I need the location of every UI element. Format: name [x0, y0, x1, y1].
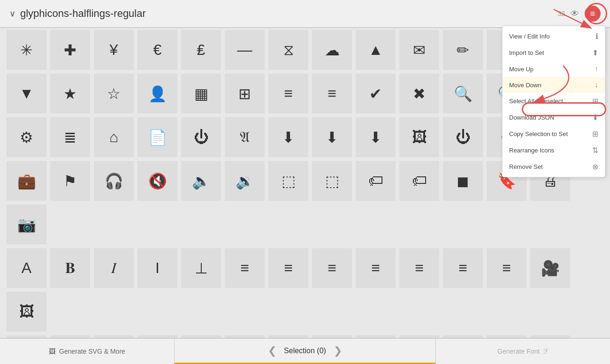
icon-cell[interactable]: 🏷 — [399, 161, 439, 201]
download-json-label: Download JSON — [509, 114, 554, 121]
icon-cell[interactable]: ✏ — [443, 30, 483, 70]
eye-button[interactable]: 👁 — [571, 9, 579, 19]
icon-cell[interactable]: ₤ — [181, 30, 221, 70]
icon-cell[interactable]: ✚ — [50, 30, 90, 70]
generate-font-label: Generate Font — [497, 348, 540, 355]
icon-cell[interactable]: ≡ — [487, 248, 526, 288]
icon-cell[interactable]: ≡ — [312, 248, 352, 288]
move-down-item[interactable]: Move Down ↓ — [503, 77, 605, 93]
icon-cell[interactable]: 𝐼 — [94, 248, 134, 288]
icon-cell[interactable]: ▲ — [356, 30, 396, 70]
icon-cell[interactable]: ⚙ — [7, 117, 46, 157]
icon-cell[interactable]: 👤 — [137, 74, 177, 114]
icon-row-5: A 𝐁 𝐼 I ⊥ ≡ ≡ ≡ ≡ ≡ ≡ ≡ 🎥 🖼 — [5, 246, 605, 334]
menu-button[interactable]: ≡ — [585, 6, 601, 22]
generate-svg-section[interactable]: 🖼 Generate SVG & More — [0, 339, 175, 364]
icon-cell[interactable]: ★ — [50, 74, 90, 114]
icon-cell[interactable]: ⬚ — [312, 161, 352, 201]
icon-cell[interactable]: ⬇ — [356, 117, 396, 157]
icon-cell[interactable]: ◼ — [443, 161, 483, 201]
view-edit-label: View / Edit Info — [509, 33, 549, 40]
icon-cell[interactable]: ⬇ — [312, 117, 352, 157]
move-up-icon: ↑ — [595, 65, 598, 73]
icon-cell[interactable]: ▼ — [7, 74, 46, 114]
icon-cell[interactable]: ⊞ — [225, 74, 265, 114]
icon-cell[interactable]: ✖ — [399, 74, 439, 114]
generate-svg-label: Generate SVG & More — [59, 348, 125, 355]
generate-font-section[interactable]: Generate Font ℱ — [435, 339, 610, 364]
icon-cell[interactable]: ≣ — [50, 117, 90, 157]
icon-cell[interactable]: 𝐁 — [50, 248, 90, 288]
icon-cell[interactable]: ✳ — [7, 30, 46, 70]
icon-cell[interactable]: ☁ — [312, 30, 352, 70]
icon-cell[interactable]: ≡ — [443, 248, 483, 288]
select-all-label: Select All / Deselect — [509, 98, 563, 105]
icon-cell[interactable]: ⏻ — [181, 117, 221, 157]
select-all-item[interactable]: Select All / Deselect ⊞ — [503, 93, 605, 109]
icon-cell[interactable]: ⬇ — [268, 117, 308, 157]
icon-cell[interactable]: ✉ — [399, 30, 439, 70]
copy-selection-icon: ⊞ — [592, 129, 598, 138]
icon-cell[interactable]: 🖼 — [399, 117, 439, 157]
icon-cell[interactable]: 🔇 — [137, 161, 177, 201]
icon-cell[interactable]: 🎥 — [530, 248, 570, 288]
icon-cell[interactable]: ⊥ — [181, 248, 221, 288]
icon-cell[interactable]: ✔ — [356, 74, 396, 114]
download-json-icon: ⬇ — [592, 113, 598, 122]
remove-set-label: Remove Set — [509, 163, 543, 170]
icon-cell[interactable]: 🔍 — [443, 74, 483, 114]
icon-cell[interactable]: 🏷 — [356, 161, 396, 201]
download-json-item[interactable]: Download JSON ⬇ — [503, 109, 605, 126]
icon-cell[interactable]: 🔉 — [225, 161, 265, 201]
icon-cell[interactable]: — — [225, 30, 265, 70]
icon-cell[interactable]: ⏻ — [443, 117, 483, 157]
icon-cell[interactable]: 📄 — [137, 117, 177, 157]
rearrange-icons-item[interactable]: Rearrange Icons ⇅ — [503, 142, 605, 159]
select-all-icon: ⊞ — [592, 97, 598, 106]
generate-svg-icon: 🖼 — [49, 348, 55, 355]
font-set-title: glyphicons-halflings-regular — [20, 8, 146, 20]
copy-selection-item[interactable]: Copy Selection to Set ⊞ — [503, 126, 605, 142]
icon-cell[interactable]: ≡ — [225, 248, 265, 288]
icon-cell[interactable]: 🖼 — [7, 292, 46, 332]
remove-set-item[interactable]: Remove Set ⊗ — [503, 159, 605, 175]
icon-cell[interactable]: ≡ — [312, 74, 352, 114]
icon-cell[interactable]: ≡ — [399, 248, 439, 288]
icon-count: 32 — [557, 10, 565, 17]
icon-cell[interactable]: I — [137, 248, 177, 288]
import-label: Import to Set — [509, 49, 544, 56]
dropdown-menu: View / Edit Info ℹ Import to Set ⬆ Move … — [502, 26, 605, 177]
remove-set-icon: ⊗ — [592, 162, 598, 171]
icon-cell[interactable]: ⧖ — [268, 30, 308, 70]
view-edit-info-item[interactable]: View / Edit Info ℹ — [503, 28, 605, 45]
icon-cell[interactable]: ⬚ — [268, 161, 308, 201]
move-down-icon: ↓ — [595, 81, 598, 89]
icon-cell[interactable]: ⚑ — [50, 161, 90, 201]
icon-cell[interactable]: 🔈 — [181, 161, 221, 201]
icon-cell[interactable]: ▦ — [181, 74, 221, 114]
icon-cell[interactable]: ⌂ — [94, 117, 134, 157]
icon-cell[interactable]: 💼 — [7, 161, 46, 201]
icon-cell[interactable]: ≡ — [356, 248, 396, 288]
icon-cell[interactable]: A — [7, 248, 46, 288]
icon-cell[interactable]: ≡ — [268, 74, 308, 114]
next-arrow[interactable]: ❯ — [334, 345, 342, 357]
chevron-icon[interactable]: ∨ — [9, 8, 15, 19]
icon-cell[interactable]: 🎧 — [94, 161, 134, 201]
header: ∨ glyphicons-halflings-regular 32 👁 ≡ Vi… — [0, 0, 610, 28]
icon-cell[interactable]: 𝔄 — [225, 117, 265, 157]
prev-arrow[interactable]: ❮ — [268, 345, 276, 357]
icon-cell[interactable]: 📷 — [7, 205, 46, 244]
icon-cell[interactable]: ☆ — [94, 74, 134, 114]
selection-section: ❮ Selection (0) ❯ — [175, 339, 435, 364]
import-to-set-item[interactable]: Import to Set ⬆ — [503, 45, 605, 61]
icon-cell[interactable]: € — [137, 30, 177, 70]
bottom-bar: 🖼 Generate SVG & More ❮ Selection (0) ❯ … — [0, 338, 610, 364]
info-icon: ℹ — [595, 32, 598, 41]
generate-font-icon: ℱ — [543, 348, 549, 355]
icon-cell[interactable]: ≡ — [268, 248, 308, 288]
move-up-item[interactable]: Move Up ↑ — [503, 61, 605, 77]
move-up-label: Move Up — [509, 66, 534, 73]
copy-selection-label: Copy Selection to Set — [509, 130, 568, 137]
icon-cell[interactable]: ¥ — [94, 30, 134, 70]
